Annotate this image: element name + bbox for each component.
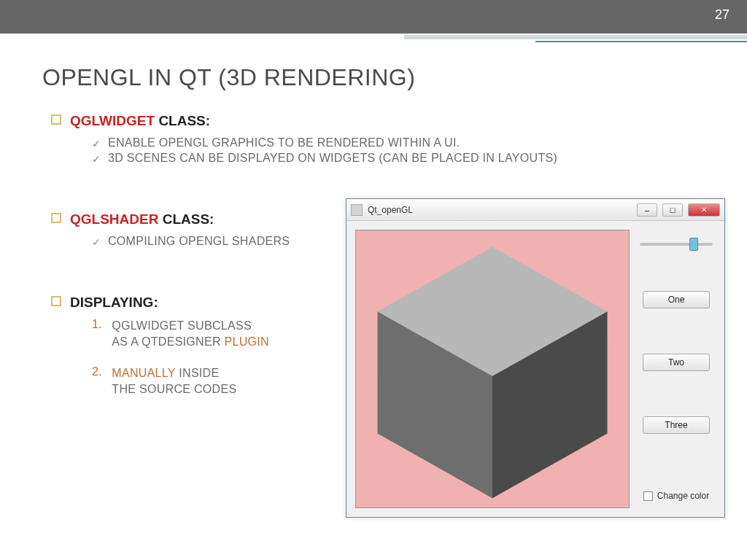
minimize-button[interactable] — [637, 203, 657, 217]
slide-title: OPENGL IN QT (3D RENDERING) — [42, 64, 747, 91]
controls-panel: One Two Three Change color — [637, 230, 716, 508]
window-title: Qt_openGL — [368, 205, 632, 215]
slide-number: 27 — [715, 7, 729, 23]
check-icon: ✓ — [92, 138, 101, 149]
check-icon: ✓ — [92, 153, 101, 165]
heading-highlight: QGLWIDGET — [70, 113, 155, 128]
decorative-lines — [404, 35, 747, 42]
change-color-checkbox[interactable]: Change color — [643, 491, 709, 501]
opengl-canvas[interactable] — [355, 230, 630, 508]
maximize-button[interactable] — [662, 203, 683, 217]
ordered-number: 2. — [92, 365, 101, 378]
close-button[interactable] — [688, 203, 720, 217]
check-icon: ✓ — [92, 236, 101, 248]
heading-highlight: QGLSHADER — [70, 211, 158, 227]
square-bullet-icon — [51, 296, 61, 306]
section-heading-qglwidget: QGLWIDGET CLASS: — [51, 113, 747, 129]
window-titlebar[interactable]: Qt_openGL — [347, 199, 724, 221]
heading-text: DISPLAYING — [70, 295, 153, 310]
slider-thumb[interactable] — [689, 238, 698, 251]
button-two[interactable]: Two — [643, 354, 710, 371]
slide-header: 27 — [0, 0, 747, 34]
list-item: ✓ ENABLE OPENGL GRAPHICS TO BE RENDERED … — [92, 136, 747, 149]
list-item-text: COMPILING OPENGL SHADERS — [108, 235, 290, 248]
list-item-text: 3D SCENES CAN BE DISPLAYED ON WIDGETS (C… — [108, 152, 557, 165]
heading-text: CLASS — [158, 211, 209, 227]
ordered-number: 1. — [92, 318, 101, 331]
app-icon — [351, 204, 363, 216]
checkbox-icon[interactable] — [643, 491, 653, 501]
qglwidget-points: ✓ ENABLE OPENGL GRAPHICS TO BE RENDERED … — [92, 136, 747, 165]
list-item-text: ENABLE OPENGL GRAPHICS TO BE RENDERED WI… — [108, 136, 460, 149]
cube-render — [356, 230, 629, 508]
ordered-text-highlight: MANUALLY — [112, 367, 175, 379]
slider-control[interactable] — [637, 237, 716, 246]
button-one[interactable]: One — [643, 291, 710, 308]
button-three[interactable]: Three — [643, 416, 710, 434]
square-bullet-icon — [51, 114, 61, 125]
ordered-text-highlight: PLUGIN — [225, 335, 269, 348]
window-body: One Two Three Change color — [347, 221, 724, 517]
checkbox-label: Change color — [657, 491, 709, 501]
list-item: ✓ 3D SCENES CAN BE DISPLAYED ON WIDGETS … — [92, 152, 747, 165]
qt-opengl-window: Qt_openGL One Two Three Change color — [346, 198, 725, 518]
square-bullet-icon — [51, 213, 61, 223]
heading-text: CLASS — [155, 113, 206, 128]
